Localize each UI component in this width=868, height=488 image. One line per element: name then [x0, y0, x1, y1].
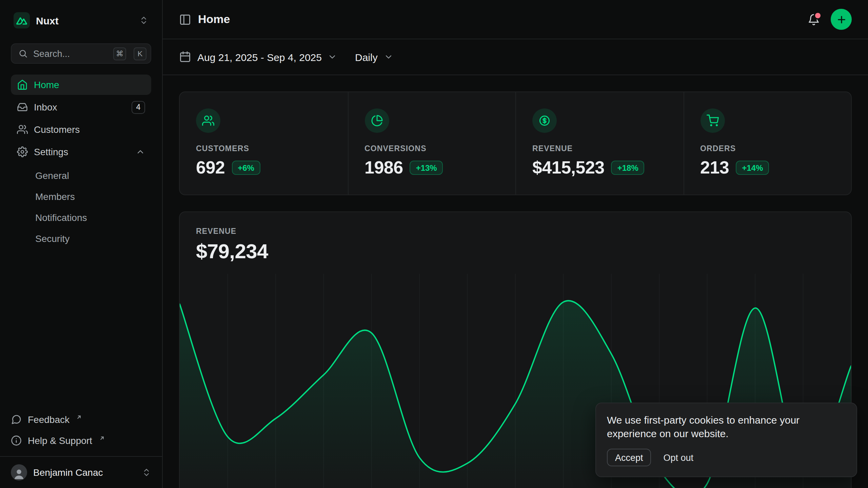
user-menu[interactable]: Benjamin Canac: [0, 456, 162, 488]
chevrons-up-down-icon: [139, 16, 149, 25]
stat-label: REVENUE: [532, 144, 667, 152]
header-actions: [808, 9, 852, 30]
sidebar-subitem-label: Security: [35, 233, 70, 244]
stat-label: CONVERSIONS: [364, 144, 499, 152]
sidebar-item-label: Settings: [34, 146, 68, 157]
help-circle-icon: [11, 435, 22, 446]
inbox-icon: [17, 102, 28, 113]
sidebar-item-home[interactable]: Home: [11, 75, 151, 95]
panel-left-icon[interactable]: [179, 13, 191, 25]
sidebar-item-label: Inbox: [34, 102, 57, 113]
search-icon: [18, 49, 28, 58]
pie-chart-icon: [364, 108, 389, 133]
delta-badge: +13%: [410, 161, 443, 175]
date-range-picker[interactable]: Aug 21, 2025 - Sep 4, 2025: [179, 51, 337, 63]
page-title: Home: [198, 13, 230, 26]
sidebar-subitem-label: Members: [35, 191, 75, 202]
granularity-select[interactable]: Daily: [355, 51, 393, 63]
settings-submenu: General Members Notifications Security: [11, 165, 151, 248]
external-link-icon: [99, 435, 105, 441]
chevron-down-icon: [384, 52, 393, 62]
cookie-banner: We use first-party cookies to enhance yo…: [595, 402, 857, 477]
users-icon: [17, 124, 28, 135]
sidebar-item-notifications[interactable]: Notifications: [11, 207, 151, 227]
stat-value: 213: [700, 157, 729, 178]
feedback-link[interactable]: Feedback: [11, 410, 151, 428]
app-root: Nuxt Search... ⌘ K Home Inbox 4 Customer…: [0, 0, 868, 488]
notifications-button[interactable]: [808, 13, 820, 25]
stat-card-customers[interactable]: CUSTOMERS 692 +6%: [180, 92, 348, 195]
sidebar-item-inbox[interactable]: Inbox 4: [11, 97, 151, 117]
sidebar-item-general[interactable]: General: [11, 165, 151, 185]
revenue-chart-value: $79,234: [196, 240, 835, 263]
sidebar-subitem-label: General: [35, 170, 69, 181]
delta-badge: +18%: [611, 161, 645, 175]
external-link-icon: [76, 414, 82, 420]
cookie-optout-button[interactable]: Opt out: [664, 452, 694, 463]
revenue-chart-label: REVENUE: [196, 227, 835, 235]
stat-card-revenue[interactable]: REVENUE $415,523 +18%: [515, 92, 683, 195]
add-button[interactable]: [831, 9, 852, 30]
workspace-switcher[interactable]: Nuxt: [11, 9, 151, 31]
nuxt-logo-icon: [14, 12, 30, 28]
cookie-actions: Accept Opt out: [607, 449, 846, 466]
home-icon: [17, 79, 28, 90]
help-support-label: Help & Support: [28, 435, 92, 446]
sidebar-footer-links: Feedback Help & Support: [11, 410, 151, 455]
chevrons-up-down-icon: [142, 468, 151, 477]
stats-panel: CUSTOMERS 692 +6% CONVERSIONS 1986 +13%: [179, 92, 852, 195]
dollar-circle-icon: [532, 108, 557, 133]
sidebar-item-members[interactable]: Members: [11, 186, 151, 206]
avatar: [11, 464, 27, 481]
stat-card-orders[interactable]: ORDERS 213 +14%: [683, 92, 851, 195]
sidebar-item-settings[interactable]: Settings: [11, 142, 151, 162]
brand-name: Nuxt: [36, 15, 59, 26]
sidebar-item-security[interactable]: Security: [11, 228, 151, 248]
sidebar-subitem-label: Notifications: [35, 212, 87, 223]
delta-badge: +6%: [232, 161, 260, 175]
sidebar-spacer: [11, 249, 151, 410]
search-placeholder: Search...: [33, 48, 108, 59]
chevron-down-icon: [328, 52, 337, 62]
users-icon: [196, 108, 220, 133]
stat-card-conversions[interactable]: CONVERSIONS 1986 +13%: [348, 92, 515, 195]
plus-icon: [836, 14, 847, 25]
calendar-icon: [179, 51, 191, 63]
stat-value: 692: [196, 157, 225, 178]
sidebar-nav: Home Inbox 4 Customers Settings General …: [11, 75, 151, 249]
cart-icon: [700, 108, 725, 133]
date-range-label: Aug 21, 2025 - Sep 4, 2025: [197, 51, 322, 63]
user-name: Benjamin Canac: [33, 467, 103, 478]
chat-bubble-icon: [11, 414, 22, 425]
page-header: Home: [163, 0, 868, 39]
filters-toolbar: Aug 21, 2025 - Sep 4, 2025 Daily: [163, 39, 868, 75]
cookie-accept-button[interactable]: Accept: [607, 449, 651, 466]
notification-dot: [815, 13, 821, 18]
stat-value: $415,523: [532, 157, 605, 178]
chevron-up-icon: [136, 147, 145, 157]
sidebar-item-customers[interactable]: Customers: [11, 119, 151, 140]
stat-label: ORDERS: [700, 144, 835, 152]
delta-badge: +14%: [736, 161, 769, 175]
help-support-link[interactable]: Help & Support: [11, 431, 151, 449]
sidebar: Nuxt Search... ⌘ K Home Inbox 4 Customer…: [0, 0, 163, 488]
kbd-k: K: [134, 47, 146, 60]
inbox-count-badge: 4: [132, 101, 145, 114]
cookie-message: We use first-party cookies to enhance yo…: [607, 413, 846, 441]
sidebar-item-label: Home: [34, 79, 59, 90]
gear-icon: [17, 146, 28, 157]
search-input[interactable]: Search... ⌘ K: [11, 43, 151, 64]
stat-value: 1986: [364, 157, 403, 178]
sidebar-item-label: Customers: [34, 124, 80, 135]
granularity-label: Daily: [355, 51, 378, 63]
kbd-cmd: ⌘: [113, 47, 126, 60]
stat-label: CUSTOMERS: [196, 144, 331, 152]
feedback-label: Feedback: [28, 414, 70, 425]
